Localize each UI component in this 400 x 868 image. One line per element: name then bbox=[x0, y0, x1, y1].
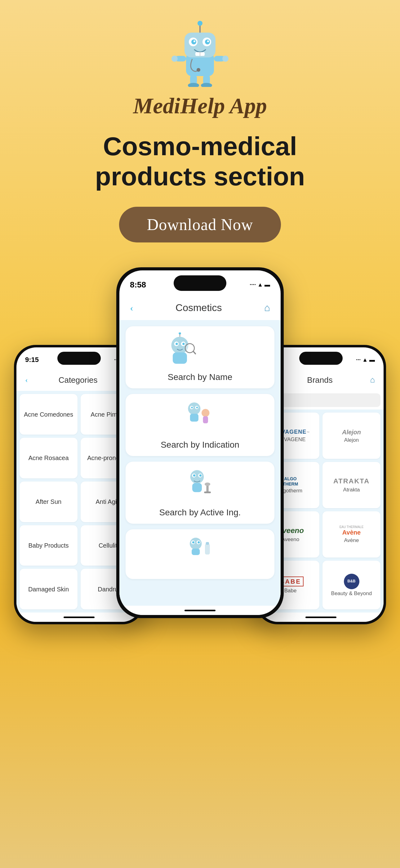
search-active-robot bbox=[181, 468, 219, 505]
signal-icons-center: ···· ▲ ▬ bbox=[249, 282, 270, 288]
svg-rect-53 bbox=[192, 549, 200, 555]
algotherm-logo: ALGOTHERM bbox=[283, 476, 298, 487]
search-extra-card[interactable] bbox=[126, 529, 274, 579]
nav-title-left: Categories bbox=[59, 375, 98, 385]
search-by-indication-label: Search by Indication bbox=[161, 440, 239, 450]
svg-point-24 bbox=[175, 343, 178, 345]
bottom-bar-right bbox=[258, 613, 384, 622]
cat-baby-products[interactable]: Baby Products bbox=[20, 525, 77, 566]
home-button-right[interactable]: ⌂ bbox=[370, 375, 375, 385]
svg-point-42 bbox=[193, 474, 195, 476]
brand-atrakta[interactable]: ATRAKTA Atrakta bbox=[323, 462, 380, 508]
nav-title-right: Brands bbox=[307, 375, 332, 385]
search-by-active-card[interactable]: Search by Active Ing. bbox=[126, 462, 274, 524]
svg-point-14 bbox=[171, 56, 178, 62]
alejon-logo: Alejon bbox=[342, 428, 361, 436]
svg-point-19 bbox=[201, 83, 212, 87]
time-center: 8:58 bbox=[130, 280, 146, 290]
alejon-name: Alejon bbox=[344, 437, 359, 443]
svg-point-20 bbox=[197, 68, 200, 72]
search-by-active-label: Search by Active Ing. bbox=[159, 507, 241, 518]
search-by-name-label: Search by Name bbox=[168, 372, 233, 382]
babe-name: Babe bbox=[284, 588, 297, 594]
svg-point-28 bbox=[178, 333, 181, 334]
app-mascot bbox=[169, 19, 231, 87]
home-button-center[interactable]: ⌂ bbox=[264, 302, 270, 314]
app-title: MediHelp App bbox=[133, 93, 267, 119]
svg-point-18 bbox=[188, 83, 199, 87]
svg-rect-47 bbox=[204, 492, 211, 493]
home-indicator-left bbox=[64, 617, 95, 618]
brand-avene[interactable]: EAU THERMALE Avène Avène bbox=[323, 511, 380, 558]
home-indicator-center bbox=[185, 610, 215, 611]
phones-showcase: 9:15 ··· ▲ ▬ ‹ Categories ⌂ Acne Comedon… bbox=[14, 267, 386, 708]
back-button-left[interactable]: ‹ bbox=[25, 375, 28, 385]
svg-rect-36 bbox=[190, 414, 198, 422]
dynamic-island-center bbox=[174, 275, 226, 291]
atrakta-logo: ATRAKTA bbox=[333, 477, 370, 485]
svg-point-39 bbox=[190, 470, 204, 484]
center-phone: 8:58 ···· ▲ ▬ ‹ Cosmetics ⌂ bbox=[116, 267, 284, 618]
signal-dots-c: ···· bbox=[249, 282, 256, 288]
svg-point-25 bbox=[182, 343, 185, 345]
battery-icon-r: ▬ bbox=[369, 357, 375, 363]
search-by-name-card[interactable]: Search by Name bbox=[126, 326, 274, 389]
svg-point-51 bbox=[192, 541, 194, 544]
svg-point-37 bbox=[202, 409, 209, 416]
brand-alejon[interactable]: Alejon Alejon bbox=[323, 412, 380, 459]
search-indication-robot bbox=[181, 400, 219, 437]
atrakta-name: Atrakta bbox=[343, 487, 360, 493]
search-extra-robot bbox=[181, 535, 219, 573]
nav-title-center: Cosmetics bbox=[175, 302, 222, 314]
avene-logo: EAU THERMALE Avène bbox=[339, 525, 364, 536]
beauty-beyond-name: Beauty & Beyond bbox=[331, 590, 372, 597]
svg-rect-54 bbox=[205, 544, 210, 554]
home-indicator-right bbox=[305, 617, 336, 618]
time-left: 9:15 bbox=[25, 356, 39, 364]
svg-point-34 bbox=[191, 407, 193, 408]
svg-point-35 bbox=[196, 407, 198, 408]
dynamic-island-left bbox=[57, 352, 101, 365]
signal-dots-r: ··· bbox=[356, 357, 361, 363]
svg-point-43 bbox=[199, 474, 202, 476]
back-button-center[interactable]: ‹ bbox=[130, 302, 133, 314]
svg-rect-38 bbox=[203, 416, 208, 424]
svg-point-52 bbox=[198, 541, 200, 544]
aveeno-name: Aveeno bbox=[281, 536, 299, 542]
wifi-icon-c: ▲ bbox=[257, 282, 263, 288]
dynamic-island-right bbox=[299, 352, 343, 365]
cat-acne-comedones[interactable]: Acne Comedones bbox=[20, 394, 77, 435]
svg-rect-55 bbox=[206, 542, 209, 545]
brand-beauty-beyond[interactable]: B&B Beauty & Beyond bbox=[323, 561, 380, 610]
nav-bar-center: ‹ Cosmetics ⌂ bbox=[120, 295, 280, 320]
bottom-bar-left bbox=[16, 613, 142, 622]
cat-damaged-skin[interactable]: Damaged Skin bbox=[20, 569, 77, 610]
search-by-indication-card[interactable]: Search by Indication bbox=[126, 394, 274, 456]
section-title: Cosmo-medical products section bbox=[61, 131, 339, 191]
svg-point-31 bbox=[188, 402, 200, 415]
wifi-icon-r: ▲ bbox=[362, 357, 368, 363]
beauty-beyond-logo: B&B bbox=[344, 574, 359, 589]
svg-point-48 bbox=[190, 538, 202, 550]
svg-rect-26 bbox=[173, 352, 187, 364]
signal-icons-right: ··· ▲ ▬ bbox=[356, 357, 375, 363]
svg-point-9 bbox=[207, 40, 209, 42]
svg-line-30 bbox=[193, 351, 195, 354]
search-options-list: Search by Name bbox=[120, 320, 280, 606]
cat-after-sun[interactable]: After Sun bbox=[20, 482, 77, 522]
battery-icon-c: ▬ bbox=[265, 282, 270, 288]
svg-rect-45 bbox=[206, 485, 208, 493]
avene-name: Avène bbox=[344, 537, 359, 544]
svg-point-15 bbox=[222, 56, 229, 62]
cat-acne-rosacea[interactable]: Acne Rosacea bbox=[20, 438, 77, 478]
svg-point-46 bbox=[205, 483, 210, 486]
svg-point-8 bbox=[194, 40, 195, 42]
search-name-robot bbox=[163, 333, 200, 370]
svg-point-3 bbox=[198, 21, 202, 26]
download-button[interactable]: Download Now bbox=[119, 207, 281, 243]
svg-rect-44 bbox=[192, 483, 202, 492]
bottom-bar-center bbox=[120, 606, 280, 615]
